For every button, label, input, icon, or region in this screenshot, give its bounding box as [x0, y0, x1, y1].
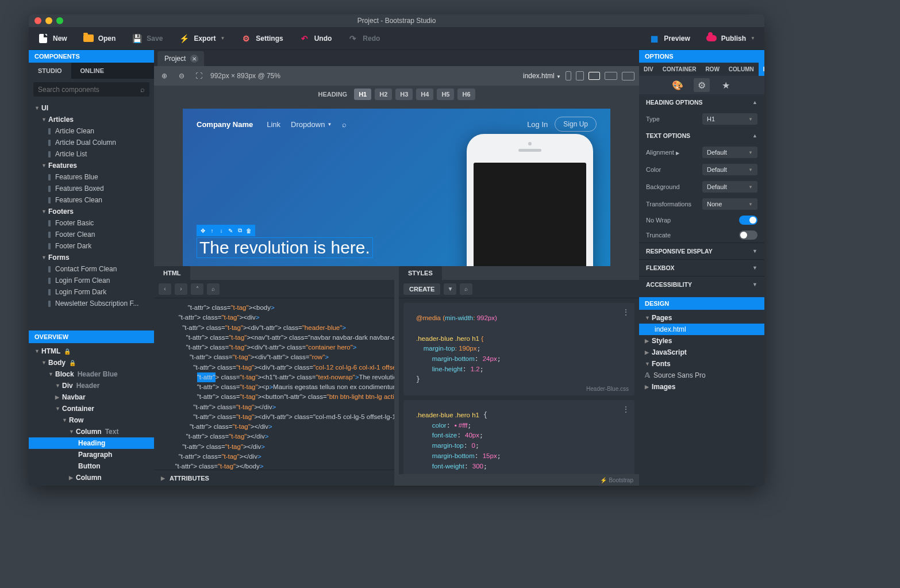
device-phone-icon[interactable]	[566, 71, 571, 80]
design-images[interactable]: ▶Images	[639, 381, 764, 393]
tab-online[interactable]: ONLINE	[71, 63, 114, 79]
save-button[interactable]: 💾Save	[127, 30, 167, 47]
css-rule-block[interactable]: ⋮.header-blue .hero h1 { color: ▪ #fff; …	[403, 400, 634, 474]
selection-toolbar[interactable]: ✥ ↑ ↓ ✎ ⧉ 🗑	[197, 225, 255, 236]
ov-block[interactable]: ▼BlockHeader Blue	[29, 368, 154, 380]
edit-icon[interactable]: ✎	[226, 226, 234, 235]
search-styles[interactable]: ⌕	[460, 283, 472, 295]
nowrap-toggle[interactable]	[739, 216, 757, 225]
tab-close-icon[interactable]: ✕	[190, 55, 198, 63]
crumb-row[interactable]: ROW	[701, 63, 724, 76]
settings-button[interactable]: ⚙Settings	[236, 30, 287, 47]
create-dropdown[interactable]: ▼	[444, 283, 456, 295]
redo-button[interactable]: ↷Redo	[343, 30, 384, 47]
styles-tab[interactable]: STYLES	[399, 266, 442, 280]
heading-h4[interactable]: H4	[416, 89, 433, 100]
ov-row[interactable]: ▼Row	[29, 414, 154, 426]
tree-item[interactable]: Article Clean	[29, 125, 154, 137]
tree-item[interactable]: Login Form Clean	[29, 275, 154, 286]
tree-item[interactable]: Features Clean	[29, 194, 154, 206]
create-style[interactable]: CREATE	[403, 283, 440, 295]
search-components[interactable]: ⌕	[33, 82, 149, 97]
tree-ui[interactable]: ▼UI	[29, 102, 154, 114]
heading-h5[interactable]: H5	[437, 89, 454, 100]
more-icon[interactable]: ⋮	[622, 405, 630, 414]
ov-heading[interactable]: Heading	[29, 437, 154, 449]
crumb-column[interactable]: COLUMN	[724, 63, 759, 76]
down-icon[interactable]: ↓	[217, 226, 225, 235]
accessibility-section[interactable]: ACCESSIBILITY▼	[639, 276, 764, 293]
heading-h1[interactable]: H1	[354, 89, 371, 100]
heading-options-section[interactable]: HEADING OPTIONS▲	[639, 94, 764, 110]
tree-features[interactable]: ▼Features	[29, 160, 154, 171]
design-js[interactable]: ▶JavaScript	[639, 347, 764, 358]
type-select[interactable]: H1▼	[702, 113, 757, 125]
tree-item[interactable]: Article Dual Column	[29, 137, 154, 148]
palette-icon[interactable]: 🎨	[670, 78, 686, 92]
up-icon[interactable]: ↑	[208, 226, 216, 235]
nav-up[interactable]: ˄	[191, 283, 203, 295]
truncate-toggle[interactable]	[739, 230, 757, 240]
heading-h2[interactable]: H2	[375, 89, 392, 100]
styles-code[interactable]: ⋮@media (min-width: 992px) .header-blue …	[399, 298, 639, 474]
device-tablet-icon[interactable]	[576, 71, 584, 80]
star-icon[interactable]: ★	[718, 78, 734, 92]
nav-next[interactable]: ›	[175, 283, 187, 295]
zoom-out-icon[interactable]: ⊖	[176, 72, 187, 80]
ov-div[interactable]: ▼DivHeader	[29, 380, 154, 391]
html-code[interactable]: "t-attr"> class="t-tag"><body> "t-attr">…	[154, 298, 394, 470]
design-font-item[interactable]: 𝔸Source Sans Pro	[639, 370, 764, 381]
tree-item[interactable]: Footer Basic	[29, 217, 154, 229]
file-selector[interactable]: index.html ▼	[523, 72, 561, 80]
tab-studio[interactable]: STUDIO	[29, 63, 71, 79]
css-rule-block[interactable]: ⋮@media (min-width: 992px) .header-blue …	[403, 303, 634, 395]
device-tablet-land-icon[interactable]	[589, 72, 600, 80]
crumb-heading[interactable]: HEADING	[759, 63, 764, 76]
move-icon[interactable]: ✥	[199, 226, 207, 235]
tree-item[interactable]: Login Form Dark	[29, 286, 154, 298]
device-laptop-icon[interactable]	[605, 72, 617, 80]
ov-paragraph[interactable]: Paragraph	[29, 449, 154, 460]
ov-body[interactable]: ▼Body🔒	[29, 357, 154, 368]
tree-footers[interactable]: ▼Footers	[29, 206, 154, 217]
design-index[interactable]: index.html	[639, 324, 764, 335]
gear-icon[interactable]: ⚙	[694, 78, 710, 92]
new-button[interactable]: New	[33, 30, 72, 47]
design-styles[interactable]: ▶Styles	[639, 335, 764, 347]
design-pages[interactable]: ▼Pages	[639, 312, 764, 324]
project-tab[interactable]: Project✕	[157, 51, 204, 66]
tree-item[interactable]: Footer Clean	[29, 229, 154, 240]
preview-button[interactable]: ▦Preview	[644, 30, 694, 47]
ov-button[interactable]: Button	[29, 460, 154, 472]
zoom-in-icon[interactable]: ⊕	[159, 72, 170, 80]
tree-item[interactable]: Contact Form Clean	[29, 263, 154, 275]
tree-forms[interactable]: ▼Forms	[29, 252, 154, 263]
text-options-section[interactable]: TEXT OPTIONS▲	[639, 128, 764, 144]
crumb-div[interactable]: DIV	[639, 63, 658, 76]
ov-html[interactable]: ▼HTML🔒	[29, 345, 154, 357]
device-desktop-icon[interactable]	[622, 72, 634, 80]
attributes-bar[interactable]: ▶ATTRIBUTES	[154, 470, 394, 486]
publish-button[interactable]: Publish▼	[702, 30, 760, 47]
open-button[interactable]: Open	[79, 30, 121, 47]
preview-canvas[interactable]: Company Name Link Dropdown▼ ⌕ Log In Sig…	[154, 103, 639, 266]
color-select[interactable]: Default▼	[702, 164, 757, 175]
tree-item[interactable]: Newsletter Subscription F...	[29, 298, 154, 309]
search-code[interactable]: ⌕	[207, 283, 220, 295]
search-input[interactable]	[38, 86, 140, 94]
undo-button[interactable]: ↶Undo	[295, 30, 337, 47]
delete-icon[interactable]: 🗑	[245, 226, 253, 235]
tree-item[interactable]: Article List	[29, 148, 154, 160]
ov-column[interactable]: ▼ColumnText	[29, 426, 154, 437]
export-button[interactable]: ⚡Export▼	[174, 30, 229, 47]
alignment-select[interactable]: Default▼	[702, 147, 757, 158]
ov-navbar[interactable]: ▶Navbar	[29, 391, 154, 403]
heading-h3[interactable]: H3	[395, 89, 413, 100]
flexbox-section[interactable]: FLEXBOX▼	[639, 259, 764, 276]
design-fonts[interactable]: ▼Fonts	[639, 358, 764, 370]
responsive-section[interactable]: RESPONSIVE DISPLAY▼	[639, 243, 764, 259]
more-icon[interactable]: ⋮	[622, 308, 630, 317]
background-select[interactable]: Default▼	[702, 181, 757, 193]
html-tab[interactable]: HTML	[154, 266, 190, 280]
nav-prev[interactable]: ‹	[159, 283, 171, 295]
